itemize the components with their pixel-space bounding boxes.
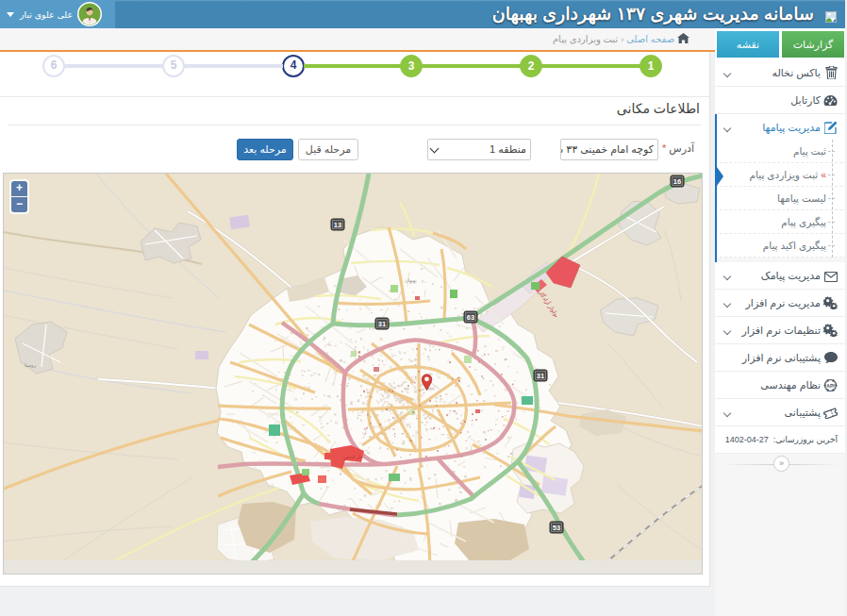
svg-text:53: 53 [553,524,560,532]
svg-text:روستا: روستا [25,362,37,368]
svg-text:31: 31 [378,320,386,328]
svg-text:63: 63 [467,313,474,322]
svg-text:31: 31 [537,372,544,380]
svg-text:13: 13 [334,221,341,229]
svg-text:API: API [826,383,835,389]
svg-text:بهبهان: بهبهان [405,277,417,284]
svg-text:16: 16 [673,177,681,186]
svg-text:بل قدس: بل قدس [343,454,362,460]
